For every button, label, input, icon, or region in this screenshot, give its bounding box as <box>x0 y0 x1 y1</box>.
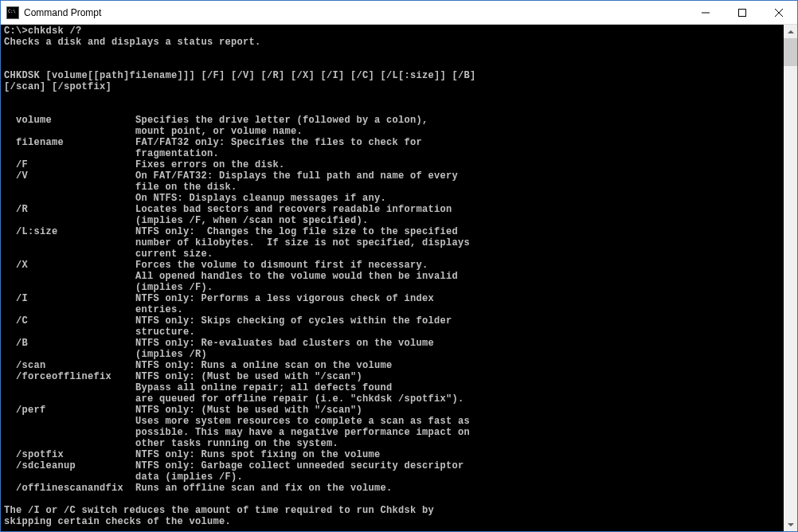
scroll-down-button[interactable] <box>784 518 797 531</box>
chevron-up-icon <box>788 30 794 33</box>
description-line: Checks a disk and displays a status repo… <box>4 37 261 48</box>
syntax-line: [/scan] [/spotfix] <box>4 81 111 92</box>
param-row: /perf NTFS only: (Must be used with "/sc… <box>4 405 470 449</box>
param-row: filename FAT/FAT32 only: Specifies the f… <box>4 137 422 159</box>
syntax-line: CHKDSK [volume[[path]filename]]] [/F] [/… <box>4 70 476 81</box>
svg-marker-4 <box>788 30 794 33</box>
param-row: /offlinescanandfix Runs an offline scan … <box>4 483 393 494</box>
footer-line: The /I or /C switch reduces the amount o… <box>4 505 434 516</box>
minimize-button[interactable] <box>687 1 724 24</box>
param-row: /I NTFS only: Performs a less vigorous c… <box>4 293 434 315</box>
scroll-track[interactable] <box>784 38 797 518</box>
param-row: /scan NTFS only: Runs a online scan on t… <box>4 360 393 371</box>
param-row: /X Forces the volume to dismount first i… <box>4 260 458 293</box>
param-row: /L:size NTFS only: Changes the log file … <box>4 226 470 260</box>
param-row: volume Specifies the drive letter (follo… <box>4 115 428 137</box>
close-icon <box>775 9 783 17</box>
scroll-thumb[interactable] <box>784 38 797 66</box>
maximize-button[interactable] <box>724 1 761 24</box>
vertical-scrollbar[interactable] <box>784 25 797 531</box>
app-icon <box>6 6 19 19</box>
close-button[interactable] <box>761 1 797 24</box>
svg-marker-5 <box>788 523 794 526</box>
param-row: /V On FAT/FAT32: Displays the full path … <box>4 170 458 204</box>
maximize-icon <box>738 9 746 17</box>
scroll-up-button[interactable] <box>784 25 797 38</box>
param-row: /C NTFS only: Skips checking of cycles w… <box>4 315 452 338</box>
param-row: /R Locates bad sectors and recovers read… <box>4 204 452 226</box>
console-area: C:\>chkdsk /? Checks a disk and displays… <box>1 25 797 531</box>
param-row: /B NTFS only: Re-evaluates bad clusters … <box>4 338 434 360</box>
param-row: /spotfix NTFS only: Runs spot fixing on … <box>4 449 381 460</box>
command-prompt-window: Command Prompt C:\>chkdsk /? Checks a di… <box>0 0 798 532</box>
chevron-down-icon <box>788 523 794 526</box>
minimize-icon <box>702 9 710 17</box>
param-row: /F Fixes errors on the disk. <box>4 159 285 170</box>
window-title: Command Prompt <box>24 7 687 18</box>
window-controls <box>687 1 797 24</box>
param-row: /sdcleanup NTFS only: Garbage collect un… <box>4 460 464 483</box>
param-row: /forceofflinefix NTFS only: (Must be use… <box>4 371 464 405</box>
footer-line: skipping certain checks of the volume. <box>4 516 231 527</box>
titlebar[interactable]: Command Prompt <box>1 1 797 25</box>
prompt-line: C:\>chkdsk /? <box>4 25 82 37</box>
svg-rect-1 <box>739 9 746 16</box>
console-output[interactable]: C:\>chkdsk /? Checks a disk and displays… <box>1 25 784 531</box>
